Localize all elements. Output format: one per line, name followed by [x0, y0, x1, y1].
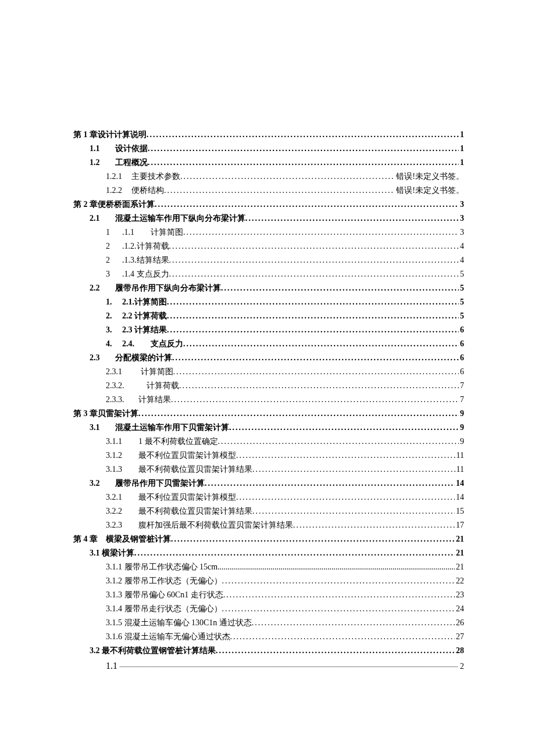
toc-page-number: 11	[455, 465, 464, 474]
toc-entry: 3.1.11 最不利荷载位置确定9	[73, 438, 464, 446]
toc-label: 第 4 章横梁及钢管桩计算	[73, 535, 171, 543]
toc-label: 1.2.1主要技术参数	[106, 173, 180, 181]
toc-entry: 2.3.2.计算荷载7	[73, 382, 464, 390]
toc-page-number: 14	[455, 479, 464, 488]
toc-label: 2.3.2.计算荷载	[106, 382, 179, 390]
toc-entry: 3.1.4 履带吊走行状态（无偏心）24	[73, 605, 464, 613]
toc-leader	[169, 242, 459, 250]
toc-entry: 2.2履带吊作用下纵向分布梁计算5	[73, 284, 464, 292]
toc-leader	[236, 452, 455, 460]
toc-label: 2.1.3.结算结果	[106, 256, 169, 264]
toc-entry: 2.1.3.结算结果4	[73, 256, 464, 264]
toc-label: 3.1.5 混凝土运输车偏心 130C1n 通过状态	[106, 619, 252, 627]
toc-list: 第 1 章设计计算说明11.1设计依据11.2工程概况11.2.1主要技术参数错…	[73, 131, 464, 655]
toc-leader	[216, 647, 455, 655]
toc-entry: 3.1.6 混凝土运输车无偏心通过状杰27	[73, 633, 464, 641]
toc-leader	[134, 549, 455, 557]
toc-label: 3.1.1 履带吊工作状态偏心 15cm	[106, 563, 217, 571]
toc-label: 3.2 最不利荷载位置钢管桩计算结果	[90, 647, 216, 655]
toc-entry: 2.2.2 计算荷载5	[73, 312, 464, 320]
toc-entry: 3.1.5 混凝土运输车偏心 130C1n 通过状态26	[73, 619, 464, 627]
toc-leader	[222, 577, 455, 585]
toc-trailing-num: 1.1	[73, 661, 117, 671]
toc-page-number: 4	[459, 256, 464, 264]
toc-leader	[222, 605, 455, 613]
toc-entry: 3.2.1最不利位置贝雷架计算模型14	[73, 493, 464, 501]
toc-label: 3.1.6 混凝土运输车无偏心通过状杰	[106, 633, 230, 641]
toc-page-number: 15	[455, 507, 464, 515]
toc-page-number: 3	[459, 200, 464, 209]
toc-entry: 3.1.3 履带吊偏心 60Cn1 走行状态23	[73, 591, 464, 599]
toc-label: 2.1.2.计算荷载	[106, 242, 169, 250]
toc-trailing-line: 1.1 2	[73, 661, 464, 671]
toc-leader	[183, 340, 459, 348]
toc-label: 3.1.2最不利位置贝雷架计算模型	[106, 452, 236, 460]
toc-label: 第 3 章贝雷架计算	[73, 410, 138, 418]
toc-label: 2.3分配横梁的计算	[90, 354, 172, 362]
toc-leader	[167, 298, 459, 306]
toc-entry: 第 3 章贝雷架计算9	[73, 410, 464, 418]
toc-page: 第 1 章设计计算说明11.1设计依据11.2工程概况11.2.1主要技术参数错…	[0, 0, 535, 756]
toc-page-number: 3	[459, 214, 464, 223]
toc-page-number: 6	[459, 354, 464, 362]
toc-page-number: 错误!未定义书签。	[395, 173, 464, 181]
toc-label: 3.1.2 履带吊工作状态（无偏心）	[106, 577, 222, 585]
toc-entry: 第 4 章横梁及钢管桩计算21	[73, 535, 464, 543]
toc-label: 3.1.11 最不利荷载位置确定	[106, 438, 218, 446]
toc-page-number: 21	[455, 535, 464, 543]
toc-leader	[171, 396, 459, 404]
toc-page-number: 3	[459, 228, 464, 237]
toc-entry: 2.3.1 计算简图6	[73, 368, 464, 376]
toc-leader	[252, 507, 455, 515]
toc-leader	[164, 187, 395, 195]
toc-page-number: 5	[459, 298, 464, 306]
toc-page-number: 21	[455, 549, 464, 557]
toc-page-number: 6	[459, 326, 464, 334]
toc-page-number: 24	[455, 605, 464, 613]
toc-label: 3.1.4 支点反力	[106, 270, 169, 278]
toc-entry: 3.1.2最不利位置贝雷架计算模型11	[73, 452, 464, 460]
toc-label: 2.2履带吊作用下纵向分布梁计算	[90, 284, 221, 292]
toc-label: 3.1.3 履带吊偏心 60Cn1 走行状态	[106, 591, 223, 599]
toc-entry: 1.1设计依据1	[73, 145, 464, 153]
toc-leader	[223, 591, 455, 599]
toc-label: 3.2.1最不利位置贝雷架计算模型	[106, 493, 236, 501]
toc-page-number: 1	[459, 159, 464, 167]
toc-label: 1.2.1.计算简图	[106, 298, 167, 306]
toc-entry: 2.1.2.计算荷载4	[73, 242, 464, 250]
toc-page-number: 1	[459, 131, 464, 139]
toc-leader	[169, 256, 459, 264]
toc-entry: 3.1.4 支点反力5	[73, 270, 464, 278]
toc-entry: 3.2.3腹杆加强后最不利荷载位置贝雷架计算结果17	[73, 521, 464, 529]
toc-entry: 第 2 章便桥桥面系计算3	[73, 200, 464, 209]
toc-page-number: 28	[455, 647, 464, 655]
toc-page-number: 17	[455, 521, 464, 529]
toc-page-number: 7	[459, 382, 464, 390]
toc-page-number: 27	[455, 633, 464, 641]
toc-label: 4.2.4.支点反力	[106, 340, 183, 348]
toc-entry: 1.2.1.计算简图5	[73, 298, 464, 306]
toc-leader	[245, 214, 459, 223]
toc-leader	[183, 228, 459, 237]
toc-leader	[221, 284, 459, 292]
toc-label: 3.1混凝土运输车作用下贝雷架计算	[90, 424, 229, 432]
toc-leader	[205, 479, 455, 488]
toc-page-number: 5	[459, 270, 464, 278]
toc-leader	[180, 173, 395, 181]
toc-entry: 1.2.1主要技术参数错误!未定义书签。	[73, 173, 464, 181]
toc-label: 1.2工程概况	[90, 159, 148, 167]
toc-leader	[229, 424, 459, 432]
toc-label: 第 2 章便桥桥面系计算	[73, 200, 155, 209]
toc-trailing-leader	[117, 661, 460, 669]
toc-label: 1.1设计依据	[90, 145, 148, 153]
toc-page-number: 错误!未定义书签。	[395, 187, 464, 195]
toc-page-number: 9	[459, 438, 464, 446]
toc-page-number: 4	[459, 242, 464, 250]
toc-label: 2.3.1 计算简图	[106, 368, 173, 376]
toc-label: 1.1.1计算简图	[106, 228, 183, 237]
toc-entry: 2.3.3.计算结果7	[73, 396, 464, 404]
toc-entry: 3.2 最不利荷载位置钢管桩计算结果28	[73, 647, 464, 655]
toc-page-number: 23	[455, 591, 464, 599]
toc-leader	[147, 131, 459, 139]
toc-page-number: 11	[455, 452, 464, 460]
